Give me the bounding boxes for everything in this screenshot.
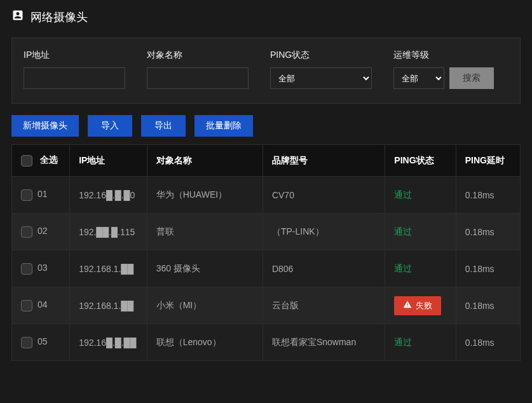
row-checkbox[interactable] [21, 337, 32, 348]
cell-model: （TP-LINK） [263, 214, 385, 250]
cell-delay: 0.18ms [456, 287, 520, 324]
filter-ip-label: IP地址 [24, 50, 125, 61]
cell-ping-status: 通过 [385, 324, 456, 361]
row-index: 01 [38, 189, 48, 199]
cell-delay: 0.18ms [456, 214, 520, 250]
cell-name: 360 摄像头 [147, 250, 263, 287]
filter-level-label: 运维等级 [393, 50, 494, 61]
cell-delay: 0.18ms [456, 324, 520, 361]
cell-ping-status: 通过 [385, 214, 456, 250]
cell-ip: 192.16█.█.██ [70, 324, 147, 361]
filter-ping-label: PING状态 [270, 50, 372, 61]
row-checkbox[interactable] [21, 189, 32, 201]
row-index: 03 [38, 263, 48, 273]
export-button[interactable]: 导出 [141, 115, 186, 137]
cell-model: 联想看家宝Snowman [263, 324, 385, 361]
cell-name: 小米（MI） [147, 287, 263, 324]
cell-model: CV70 [263, 177, 385, 214]
add-camera-button[interactable]: 新增摄像头 [11, 115, 79, 137]
filter-level-select[interactable]: 全部 [393, 67, 444, 89]
filter-panel: IP地址 对象名称 PING状态 全部 运维等级 全部 搜索 [11, 38, 521, 104]
header-name: 对象名称 [147, 145, 263, 177]
filter-level: 运维等级 全部 搜索 [393, 50, 494, 89]
header-ping: PING状态 [385, 145, 456, 177]
header-delay: PING延时 [456, 145, 520, 177]
row-checkbox[interactable] [21, 226, 32, 238]
filter-name: 对象名称 [147, 50, 249, 89]
cell-ip: 192.168.1.██ [70, 250, 147, 287]
page-header: 网络摄像头 [0, 0, 532, 31]
status-fail-badge: 失败 [394, 296, 441, 315]
row-index: 02 [38, 226, 48, 236]
cell-ip: 192.168.1.██ [70, 287, 147, 324]
batch-delete-button[interactable]: 批量删除 [194, 115, 253, 137]
status-fail-text: 失败 [416, 300, 432, 311]
filter-ping-select[interactable]: 全部 [270, 67, 372, 89]
camera-card-icon [11, 9, 24, 25]
header-select-all: 全选 [12, 145, 70, 177]
cell-name: 华为（HUAWEI） [147, 177, 263, 214]
cell-ping-status: 通过 [385, 250, 456, 287]
cell-delay: 0.18ms [456, 250, 520, 287]
filter-ping: PING状态 全部 [270, 50, 372, 89]
filter-name-label: 对象名称 [147, 50, 249, 61]
table-header-row: 全选 IP地址 对象名称 品牌型号 PING状态 PING延时 [12, 145, 521, 177]
select-all-checkbox[interactable] [21, 155, 32, 167]
filter-ip: IP地址 [24, 50, 125, 89]
import-button[interactable]: 导入 [88, 115, 132, 137]
row-index: 04 [38, 299, 48, 310]
status-pass: 通过 [394, 226, 412, 236]
header-ip: IP地址 [70, 145, 147, 177]
filter-ip-input[interactable] [24, 67, 125, 89]
action-bar: 新增摄像头 导入 导出 批量删除 [11, 115, 521, 137]
warning-icon [403, 300, 412, 311]
status-pass: 通过 [394, 189, 412, 200]
status-pass: 通过 [394, 337, 412, 347]
cell-name: 普联 [147, 214, 263, 250]
row-checkbox[interactable] [21, 300, 32, 311]
table-row: 05192.16█.█.██联想（Lenovo）联想看家宝Snowman通过0.… [12, 324, 521, 361]
cell-model: D806 [263, 250, 385, 287]
table-row: 01192.16█.█.█0华为（HUAWEI）CV70通过0.18ms [12, 177, 521, 214]
cell-ping-status: 失败 [385, 287, 456, 324]
row-index: 05 [38, 336, 48, 346]
cell-ip: 192.16█.█.█0 [70, 177, 147, 214]
select-all-label: 全选 [40, 154, 58, 165]
cell-ip: 192.██.█.115 [70, 214, 147, 250]
cell-model: 云台版 [263, 287, 385, 324]
header-model: 品牌型号 [263, 145, 385, 177]
cell-delay: 0.18ms [456, 177, 520, 214]
table-row: 03192.168.1.██360 摄像头D806通过0.18ms [12, 250, 521, 287]
camera-table: 全选 IP地址 对象名称 品牌型号 PING状态 PING延时 01192.16… [11, 144, 521, 361]
table-row: 02192.██.█.115普联（TP-LINK）通过0.18ms [12, 214, 521, 250]
search-button[interactable]: 搜索 [449, 67, 494, 89]
cell-ping-status: 通过 [385, 177, 456, 214]
status-pass: 通过 [394, 263, 412, 273]
page-title: 网络摄像头 [31, 10, 88, 25]
cell-name: 联想（Lenovo） [147, 324, 263, 361]
table-row: 04192.168.1.██小米（MI）云台版失败0.18ms [12, 287, 521, 324]
row-checkbox[interactable] [21, 263, 32, 275]
filter-name-input[interactable] [147, 67, 249, 89]
